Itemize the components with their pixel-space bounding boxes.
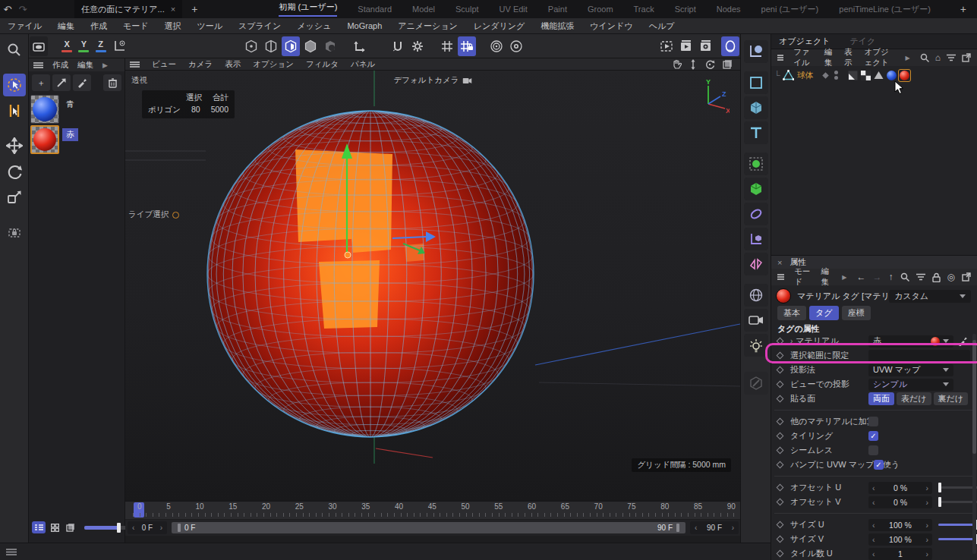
keyframe-diamond-icon[interactable]: [777, 499, 784, 506]
tweak-selection-tool[interactable]: [3, 99, 26, 122]
tab-basic[interactable]: 基本: [777, 306, 806, 320]
keyframe-diamond-icon[interactable]: [777, 447, 784, 455]
axis-y-lock-button[interactable]: Y: [75, 37, 92, 55]
spinner-increment-icon[interactable]: ›: [160, 524, 162, 532]
menu-spline[interactable]: スプライン: [238, 20, 281, 32]
keyframe-diamond-icon[interactable]: [777, 395, 784, 403]
assign-material-button[interactable]: [52, 74, 71, 91]
tiling-checkbox[interactable]: ✓: [868, 431, 878, 441]
layout-tab-model[interactable]: Model: [412, 5, 435, 14]
keyframe-diamond-icon[interactable]: [777, 367, 784, 374]
spinner-decrement-icon[interactable]: ‹: [132, 524, 134, 532]
menu-edit[interactable]: 編集: [58, 20, 74, 32]
keyframe-diamond-icon[interactable]: [777, 381, 784, 389]
orbit-rotate-icon[interactable]: [704, 59, 715, 70]
render-region-icon[interactable]: [657, 36, 676, 56]
tab-objects[interactable]: オブジェクト: [779, 36, 830, 47]
side-front-button[interactable]: 表だけ: [897, 392, 931, 405]
parent-up-icon[interactable]: ↑: [889, 272, 893, 282]
thumbnail-size-slider[interactable]: [84, 526, 131, 530]
edges-mode-icon[interactable]: [262, 36, 280, 56]
camera-label[interactable]: デフォルトカメラ: [394, 75, 472, 86]
history-forward-icon[interactable]: →: [873, 272, 882, 282]
uvw-tag-icon[interactable]: [860, 70, 871, 81]
material-item-red[interactable]: 赤: [29, 124, 124, 155]
list-view-icon[interactable]: [32, 521, 46, 533]
filter-icon[interactable]: [947, 54, 956, 61]
redo-icon[interactable]: ↷: [15, 4, 30, 15]
bend-deformer-icon[interactable]: [744, 203, 768, 225]
end-frame-spinner[interactable]: ‹ 90 F ›: [690, 521, 739, 534]
tab-tag[interactable]: タグ: [809, 306, 839, 320]
layout-tab-paint[interactable]: Paint: [548, 5, 567, 14]
material-menu-edit[interactable]: 編集: [77, 60, 93, 71]
layout-tab-groom[interactable]: Groom: [588, 5, 613, 14]
hamburger-icon[interactable]: [130, 61, 140, 68]
current-frame-spinner[interactable]: ‹ 0 F ›: [128, 521, 167, 534]
points-mode-icon[interactable]: [242, 36, 260, 56]
add-document-tab-button[interactable]: +: [191, 3, 197, 15]
spline-pen-icon[interactable]: [744, 40, 768, 63]
spline-rectangle-icon[interactable]: [744, 71, 768, 94]
instance-axis-icon[interactable]: [744, 228, 768, 250]
phong-tag-icon[interactable]: [847, 70, 859, 81]
history-back-icon[interactable]: ←: [857, 272, 866, 282]
object-name[interactable]: 球体: [797, 70, 814, 81]
keyframe-diamond-icon[interactable]: [777, 352, 784, 360]
attr-menu-edit[interactable]: 編集: [821, 266, 833, 288]
visibility-dots-icon[interactable]: [834, 71, 838, 80]
side-back-button[interactable]: 裏だけ: [934, 392, 969, 405]
perspective-viewport[interactable]: 透視 デフォルトカメラ 選択合計 ポリゴン805000 ライブ選択 グリッド間隔…: [125, 71, 740, 501]
layout-tab-default[interactable]: 初期 (ユーザー): [279, 2, 337, 17]
viewport-menu-display[interactable]: 表示: [225, 59, 241, 70]
offset-v-slider[interactable]: [938, 501, 977, 503]
object-row-sphere[interactable]: └ 球体: [771, 68, 977, 83]
keyframe-diamond-icon[interactable]: [777, 418, 784, 426]
material-tag-blue-icon[interactable]: [886, 70, 897, 81]
delete-material-trash-icon[interactable]: [103, 74, 121, 91]
attribute-scrollbar[interactable]: [972, 334, 976, 554]
external-window-icon[interactable]: [962, 272, 971, 282]
search-icon[interactable]: [920, 53, 929, 62]
timeline-ruler[interactable]: 051015202530354045505560657075808590: [125, 501, 740, 519]
view-type-label[interactable]: 透視: [131, 75, 147, 86]
workplane-icon[interactable]: [351, 36, 369, 56]
lock-icon[interactable]: [932, 272, 941, 282]
range-start-handle[interactable]: [178, 524, 181, 532]
restrict-selection-input[interactable]: [868, 350, 970, 362]
keyframe-diamond-icon[interactable]: [777, 521, 784, 529]
bump-uvw-checkbox[interactable]: ✓: [874, 460, 884, 470]
texture-mode-icon[interactable]: [321, 36, 339, 56]
live-selection-tool[interactable]: [3, 74, 26, 96]
extrude-generator-icon[interactable]: [744, 178, 768, 200]
layout-tab-track[interactable]: Track: [634, 5, 654, 14]
menu-tools[interactable]: ツール: [197, 20, 223, 32]
viewport-menu-camera[interactable]: カメラ: [188, 59, 213, 70]
menu-overflow-icon[interactable]: ▶: [842, 274, 846, 281]
undo-icon[interactable]: ↶: [0, 4, 15, 15]
render-settings-icon[interactable]: [697, 36, 715, 56]
hamburger-icon[interactable]: [6, 548, 17, 556]
tab-coordinates[interactable]: 座標: [842, 306, 871, 320]
menu-mode[interactable]: モード: [123, 20, 149, 32]
axis-x-lock-button[interactable]: X: [58, 37, 75, 55]
layout-tab-uvedit[interactable]: UV Edit: [500, 5, 528, 14]
size-u-slider[interactable]: [938, 524, 977, 526]
layout-tab-sculpt[interactable]: Sculpt: [455, 5, 479, 14]
material-thumbnail-blue[interactable]: [30, 95, 59, 124]
axis-band-icon[interactable]: [487, 36, 506, 56]
move-tool[interactable]: [3, 134, 26, 157]
axis-z-lock-button[interactable]: Z: [92, 37, 109, 55]
menu-overflow-icon[interactable]: ▶: [102, 61, 108, 69]
search-icon[interactable]: [900, 272, 909, 282]
lock-workplane-icon[interactable]: [3, 221, 26, 244]
layout-tab-script[interactable]: Script: [675, 5, 696, 14]
hamburger-icon[interactable]: [33, 61, 43, 69]
camera-icon[interactable]: [744, 309, 768, 332]
model-mode-icon[interactable]: [301, 36, 320, 56]
menu-extensions[interactable]: 機能拡張: [541, 20, 574, 32]
preset-dropdown[interactable]: カスタム: [889, 290, 971, 303]
layout-tab-standard[interactable]: Standard: [358, 5, 392, 14]
attr-menu-mode[interactable]: モード: [794, 266, 811, 288]
keyframe-diamond-icon[interactable]: [777, 484, 784, 492]
